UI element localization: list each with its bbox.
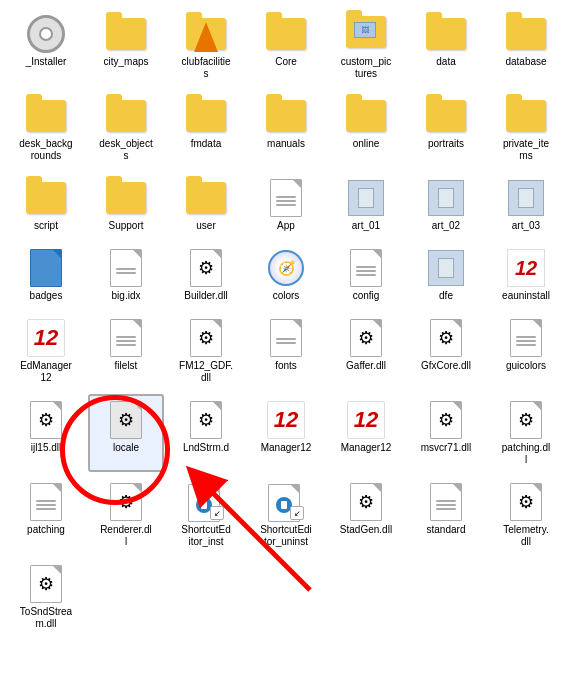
file-label: dfe [439, 290, 453, 302]
file-label: desk_backgrounds [19, 138, 72, 162]
file-item-manager12a[interactable]: 12 Manager12 [248, 394, 324, 472]
file-item-app[interactable]: App [248, 172, 324, 238]
file-item-installer[interactable]: _Installer [8, 8, 84, 86]
gear-doc-icon: ⚙ [110, 401, 142, 439]
file-item-clubfacilities[interactable]: clubfacilities [168, 8, 244, 86]
file-item-filelst[interactable]: filelst [88, 312, 164, 390]
doc-icon [270, 319, 302, 357]
file-item-fm12-gdf-dll[interactable]: ⚙ FM12_GDF.dll [168, 312, 244, 390]
file-item-config[interactable]: config [328, 242, 404, 308]
doc-icon [110, 249, 142, 287]
file-item-custom-pictures[interactable]: 🖼 custom_pictures [328, 8, 404, 86]
file-item-patching[interactable]: patching [8, 476, 84, 554]
file-label: _Installer [26, 56, 67, 68]
file-label: user [196, 220, 215, 232]
doc-icon [510, 319, 542, 357]
file-label: locale [113, 442, 139, 454]
file-item-big-idx[interactable]: big.idx [88, 242, 164, 308]
file-label: Manager12 [261, 442, 312, 454]
folder-icon [426, 100, 466, 132]
file-item-city-maps[interactable]: city_maps [88, 8, 164, 86]
file-item-shortcuteditor-inst[interactable]: ↙ ShortcutEditor_inst [168, 476, 244, 554]
file-item-shortcuteditor-uninst[interactable]: ↙ ShortcutEditor_uninst [248, 476, 324, 554]
file-item-telemetry-dll[interactable]: ⚙ Telemetry.dll [488, 476, 561, 554]
file-label: big.idx [112, 290, 141, 302]
file-item-data[interactable]: data [408, 8, 484, 86]
file-item-badges[interactable]: badges [8, 242, 84, 308]
file-label: clubfacilities [182, 56, 231, 80]
file-item-guicolors[interactable]: guicolors [488, 312, 561, 390]
file-item-core[interactable]: Core [248, 8, 324, 86]
file-item-lndstrm[interactable]: ⚙ LndStrm.d [168, 394, 244, 472]
file-item-gaffer-dll[interactable]: ⚙ Gaffer.dll [328, 312, 404, 390]
file-label: eauninstall [502, 290, 550, 302]
file-item-support[interactable]: Support [88, 172, 164, 238]
file-item-database[interactable]: database [488, 8, 561, 86]
red-12-icon: 12 [27, 319, 65, 357]
file-item-manuals[interactable]: manuals [248, 90, 324, 168]
file-label: patching [27, 524, 65, 536]
file-item-desk-backgrounds[interactable]: desk_backgrounds [8, 90, 84, 168]
file-item-tosndstream-dll[interactable]: ⚙ ToSndStream.dll [8, 558, 84, 636]
file-item-online[interactable]: online [328, 90, 404, 168]
folder-icon [106, 100, 146, 132]
folder-icon [346, 100, 386, 132]
file-label: GfxCore.dll [421, 360, 471, 372]
file-label: art_01 [352, 220, 380, 232]
app-doc-icon [270, 179, 302, 217]
file-item-renderer-dll[interactable]: ⚙ Renderer.dll [88, 476, 164, 554]
folder-icon [506, 18, 546, 50]
file-item-user[interactable]: user [168, 172, 244, 238]
file-item-builder-dll[interactable]: ⚙ Builder.dll [168, 242, 244, 308]
file-item-portraits[interactable]: portraits [408, 90, 484, 168]
file-label: fmdata [191, 138, 222, 150]
folder-icon [266, 18, 306, 50]
file-item-stadgen-dll[interactable]: ⚙ StadGen.dll [328, 476, 404, 554]
file-item-art03[interactable]: art_03 [488, 172, 561, 238]
folder-icon [186, 100, 226, 132]
file-label: Manager12 [341, 442, 392, 454]
file-label: data [436, 56, 455, 68]
file-item-dfe[interactable]: dfe [408, 242, 484, 308]
file-label: ijl15.dll [31, 442, 62, 454]
file-item-ijl15-dll[interactable]: ⚙ ijl15.dll [8, 394, 84, 472]
file-item-art01[interactable]: art_01 [328, 172, 404, 238]
file-label: LndStrm.d [183, 442, 229, 454]
file-item-standard[interactable]: standard [408, 476, 484, 554]
file-item-fonts[interactable]: fonts [248, 312, 324, 390]
file-item-private-items[interactable]: private_items [488, 90, 561, 168]
file-item-fmdata[interactable]: fmdata [168, 90, 244, 168]
folder-icon [426, 18, 466, 50]
file-item-manager12b[interactable]: 12 Manager12 [328, 394, 404, 472]
file-label: badges [30, 290, 63, 302]
file-label: Gaffer.dll [346, 360, 386, 372]
file-label: desk_objects [99, 138, 152, 162]
file-label: Telemetry.dll [503, 524, 548, 548]
file-item-edmanager12[interactable]: 12 EdManager12 [8, 312, 84, 390]
file-label: standard [427, 524, 466, 536]
file-label: art_03 [512, 220, 540, 232]
file-label: ShortcutEditor_inst [181, 524, 230, 548]
file-item-patching-dll[interactable]: ⚙ patching.dll [488, 394, 561, 472]
file-item-colors[interactable]: 🧭 colors [248, 242, 324, 308]
folder-icon [506, 100, 546, 132]
file-item-art02[interactable]: art_02 [408, 172, 484, 238]
file-label: ToSndStream.dll [20, 606, 72, 630]
file-item-locale[interactable]: ⚙ locale [88, 394, 164, 472]
red-12-icon: 12 [267, 401, 305, 439]
art-icon [508, 180, 544, 216]
gear-doc-icon: ⚙ [430, 319, 462, 357]
file-label: FM12_GDF.dll [179, 360, 233, 384]
safari-icon: 🧭 [268, 250, 304, 286]
file-item-msvcr71-dll[interactable]: ⚙ msvcr71.dll [408, 394, 484, 472]
file-item-eauninstall[interactable]: 12 eauninstall [488, 242, 561, 308]
file-label: EdManager12 [20, 360, 72, 384]
ea-red-icon: 12 [507, 249, 545, 287]
file-label: Support [108, 220, 143, 232]
file-item-gfxcore-dll[interactable]: ⚙ GfxCore.dll [408, 312, 484, 390]
file-item-script[interactable]: script [8, 172, 84, 238]
folder-icon [186, 182, 226, 214]
file-item-desk-objects[interactable]: desk_objects [88, 90, 164, 168]
doc-icon [30, 483, 62, 521]
config-doc-icon [350, 249, 382, 287]
